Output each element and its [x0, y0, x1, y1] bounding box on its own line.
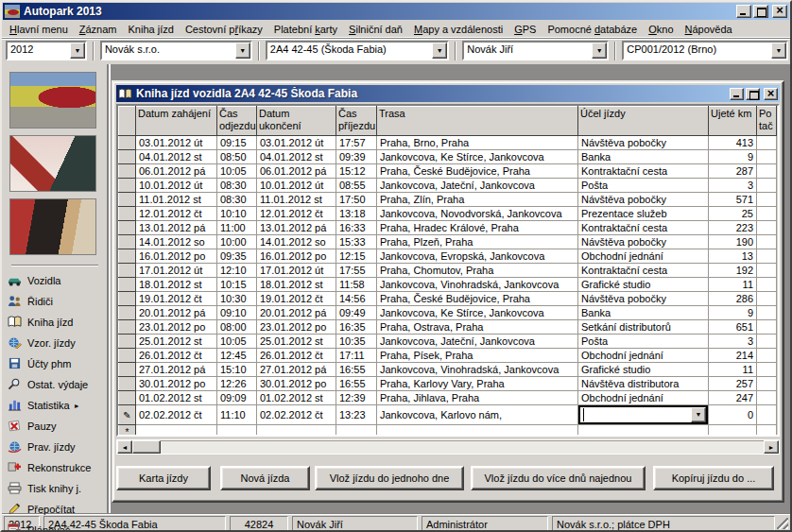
- cell[interactable]: Jankovcova, Ke Stírce, Jankovcova: [377, 150, 578, 164]
- cell[interactable]: Jankovcova, Evropská, Jankovcova: [377, 249, 578, 264]
- cell[interactable]: 09:15: [217, 136, 257, 150]
- cell[interactable]: 20.01.2012 pá: [136, 306, 217, 320]
- cell[interactable]: 0: [709, 405, 757, 425]
- cell[interactable]: Jankovcova, Vinohradská, Jankovcova: [377, 278, 578, 292]
- cell[interactable]: Pošta: [578, 179, 709, 193]
- table-row[interactable]: 01.02.2012 st09:0901.02.2012 st12:39Prah…: [119, 391, 777, 405]
- cell[interactable]: Jankovcova, Karlovo nám,: [377, 405, 578, 425]
- close-button[interactable]: [772, 5, 787, 18]
- cell[interactable]: 23.01.2012 po: [257, 320, 336, 335]
- menu-item-0[interactable]: Hlavní menu: [4, 22, 74, 37]
- cell[interactable]: [757, 335, 777, 349]
- column-header-3[interactable]: Datum ukončení: [257, 107, 336, 136]
- cell[interactable]: Praha, Ostrava, Praha: [377, 320, 578, 335]
- row-selector[interactable]: [119, 363, 136, 377]
- cell[interactable]: [757, 425, 777, 438]
- sidebar-item-vzor-j-zdy[interactable]: Vzor. jízdy: [8, 335, 107, 351]
- sidebar-item-prav-j-zdy[interactable]: Prav. jízdy: [8, 439, 107, 455]
- cell[interactable]: 12:10: [217, 264, 257, 278]
- cell[interactable]: [757, 349, 777, 363]
- cell[interactable]: 11:00: [217, 221, 257, 235]
- cell[interactable]: Obchodní jednání: [578, 391, 709, 405]
- cell[interactable]: 25.01.2012 st: [257, 335, 336, 349]
- column-header-8[interactable]: Po tač: [757, 107, 777, 136]
- logbook-maximize-button[interactable]: [746, 88, 760, 100]
- cell[interactable]: 27.01.2012 pá: [257, 363, 336, 377]
- cell[interactable]: 06.01.2012 pá: [136, 164, 217, 179]
- table-row[interactable]: 12.01.2012 čt10:1012.01.2012 čt13:18Jank…: [119, 207, 777, 221]
- sidebar-item-tisk-knihy-j[interactable]: Tisk knihy j.: [8, 481, 107, 496]
- cell[interactable]: 10.01.2012 út: [257, 179, 336, 193]
- sidebar-item-rekonstrukce[interactable]: Rekonstrukce: [8, 460, 107, 475]
- cell[interactable]: [757, 278, 777, 292]
- cell[interactable]: 17:55: [336, 264, 377, 278]
- sidebar-item-pl-nova[interactable]: Plánovač: [8, 523, 107, 532]
- cell[interactable]: [709, 425, 757, 438]
- resize-grip[interactable]: [777, 518, 788, 529]
- cell[interactable]: [757, 320, 777, 335]
- button-0-karta-j-zdy[interactable]: Karta jízdy: [116, 466, 211, 490]
- cell[interactable]: 17:57: [336, 136, 377, 150]
- cell[interactable]: 10:00: [217, 235, 257, 249]
- table-row[interactable]: 17.01.2012 út12:1017.01.2012 út17:55Prah…: [119, 264, 777, 278]
- cell[interactable]: Návštěva pobočky: [578, 292, 709, 306]
- cell[interactable]: 03.01.2012 út: [257, 136, 336, 150]
- cell[interactable]: Kontraktační cesta: [578, 164, 709, 179]
- cell[interactable]: 04.01.2012 st: [257, 150, 336, 164]
- cell[interactable]: Praha, Jihlava, Praha: [377, 391, 578, 405]
- cell[interactable]: 3: [709, 335, 757, 349]
- cell[interactable]: [757, 235, 777, 249]
- cell[interactable]: [757, 136, 777, 150]
- logbook-minimize-button[interactable]: [730, 88, 744, 100]
- row-selector[interactable]: [119, 349, 136, 363]
- cell[interactable]: 13:23: [336, 405, 377, 425]
- table-row[interactable]: 25.01.2012 st10:0525.01.2012 st10:35Jank…: [119, 335, 777, 349]
- cell[interactable]: 257: [709, 377, 757, 391]
- cell[interactable]: 08:30: [217, 193, 257, 207]
- row-selector[interactable]: [119, 335, 136, 349]
- menu-item-9[interactable]: Okno: [643, 22, 679, 37]
- row-selector[interactable]: [119, 377, 136, 391]
- cell[interactable]: 13.01.2012 pá: [257, 221, 336, 235]
- column-header-0[interactable]: [119, 107, 136, 136]
- cell[interactable]: Praha, České Budějovice, Praha: [377, 164, 578, 179]
- cell[interactable]: 11: [709, 278, 757, 292]
- cell[interactable]: 13:18: [336, 207, 377, 221]
- scroll-left-button[interactable]: ◄: [117, 440, 132, 454]
- cell[interactable]: 16:55: [336, 363, 377, 377]
- cell[interactable]: 571: [709, 193, 757, 207]
- cell[interactable]: 287: [709, 164, 757, 179]
- menu-item-8[interactable]: Pomocné databáze: [542, 22, 643, 37]
- cell[interactable]: Jankovcova, Ke Stírce, Jankovcova: [377, 306, 578, 320]
- table-row[interactable]: 03.01.2012 út09:1503.01.2012 út17:57Prah…: [119, 136, 777, 150]
- cell[interactable]: Návštěva distributora: [578, 377, 709, 391]
- cell[interactable]: 651: [709, 320, 757, 335]
- cell[interactable]: 11: [709, 363, 757, 377]
- cell[interactable]: 10:30: [217, 292, 257, 306]
- cell[interactable]: 15:33: [336, 235, 377, 249]
- table-row[interactable]: 16.01.2012 po09:3516.01.2012 po12:15Jank…: [119, 249, 777, 264]
- menu-item-1[interactable]: Záznam: [74, 22, 123, 37]
- cell[interactable]: 11.01.2012 st: [257, 193, 336, 207]
- sidebar-item-statistika[interactable]: Statistika►: [8, 398, 107, 413]
- cell[interactable]: 30.01.2012 po: [136, 377, 217, 391]
- cell[interactable]: 17:50: [336, 193, 377, 207]
- menu-item-2[interactable]: Kniha jízd: [123, 22, 180, 37]
- cell[interactable]: Návštěva pobočky: [578, 136, 709, 150]
- sidebar-item-ostat-v-daje[interactable]: Ostat. výdaje: [8, 377, 107, 392]
- cell[interactable]: Praha, Hradec Králové, Praha: [377, 221, 578, 235]
- cell[interactable]: Jankovcova, Jateční, Jankovcova: [377, 335, 578, 349]
- menu-item-6[interactable]: Mapy a vzdálenosti: [408, 22, 508, 37]
- chevron-down-icon[interactable]: ▼: [235, 43, 250, 59]
- column-header-6[interactable]: Účel jízdy: [578, 107, 709, 136]
- cell[interactable]: Návštěva pobočky: [578, 235, 709, 249]
- cell[interactable]: 08:50: [217, 150, 257, 164]
- table-row[interactable]: 06.01.2012 pá10:0506.01.2012 pá15:12Prah…: [119, 164, 777, 179]
- row-selector[interactable]: [119, 278, 136, 292]
- cell[interactable]: 03.01.2012 út: [136, 136, 217, 150]
- column-header-5[interactable]: Trasa: [377, 107, 578, 136]
- table-row[interactable]: 26.01.2012 čt12:4526.01.2012 čt17:11Prah…: [119, 349, 777, 363]
- cell[interactable]: 09:49: [336, 306, 377, 320]
- cell[interactable]: Grafické studio: [578, 278, 709, 292]
- chevron-down-icon[interactable]: ▼: [771, 43, 786, 59]
